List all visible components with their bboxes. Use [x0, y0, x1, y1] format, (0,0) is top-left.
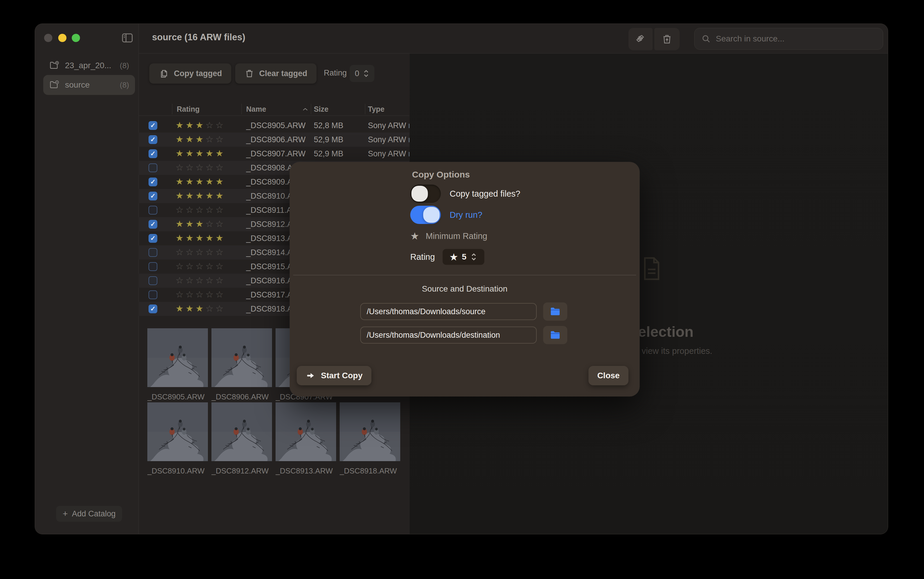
row-rating-stars[interactable]: ☆☆☆☆☆ [175, 289, 226, 299]
sidebar-catalog-item[interactable]: 23_apr_20... (8) [43, 56, 135, 75]
rating-label: Rating [410, 252, 435, 262]
source-destination-heading: Source and Destination [290, 284, 640, 294]
choose-source-folder-button[interactable] [543, 303, 567, 321]
row-rating-stars[interactable]: ★★★☆☆ [175, 134, 226, 144]
row-checkbox[interactable]: ✓ [149, 149, 157, 158]
thumbnail-item[interactable]: _DSC8906.ARW [211, 328, 272, 401]
row-checkbox[interactable]: ✓ [149, 220, 157, 229]
thumbnail-item[interactable]: _DSC8905.ARW [147, 328, 208, 401]
close-button[interactable]: Close [588, 366, 628, 385]
folder-icon [549, 306, 561, 317]
search-icon [701, 34, 711, 44]
row-rating-stars[interactable]: ★★★☆☆ [175, 303, 226, 314]
start-copy-button[interactable]: Start Copy [297, 366, 372, 385]
thumbnail-item[interactable]: _DSC8918.ARW [340, 402, 400, 476]
row-rating-stars[interactable]: ★★★★★ [175, 233, 226, 243]
rating-picker-row: Rating ★ 5 [410, 249, 484, 265]
row-checkbox[interactable] [149, 248, 157, 257]
rating-value: 5 [462, 252, 467, 262]
copy-action-button[interactable] [628, 28, 652, 50]
sidebar-toggle-icon[interactable] [121, 31, 134, 44]
catalog-count: (8) [120, 80, 129, 90]
row-size: 52,9 MB [314, 135, 344, 144]
row-type: Sony ARW r [368, 135, 410, 144]
row-rating-stars[interactable]: ★★★★★ [175, 177, 226, 186]
header-type[interactable]: Type [368, 105, 385, 113]
table-row[interactable]: ✓ ★★★☆☆ _DSC8906.ARW 52,9 MB Sony ARW r [139, 132, 410, 147]
table-row[interactable]: ✓ ★★★★★ _DSC8907.ARW 52,9 MB Sony ARW r [139, 147, 410, 161]
zoom-window-button[interactable] [72, 34, 80, 42]
folder-plus-icon [49, 80, 60, 90]
row-checkbox[interactable] [149, 262, 157, 271]
row-size: 52,9 MB [314, 149, 344, 159]
thumbnail-label: _DSC8913.ARW [275, 466, 336, 476]
sort-ascending-icon [302, 107, 308, 111]
folder-icon [549, 329, 561, 341]
row-name: _DSC8906.ARW [246, 135, 306, 144]
row-name: _DSC8905.ARW [246, 121, 306, 130]
thumbnail-image [147, 328, 208, 387]
row-rating-stars[interactable]: ☆☆☆☆☆ [175, 162, 226, 173]
add-catalog-button[interactable]: + Add Catalog [56, 506, 122, 522]
choose-destination-folder-button[interactable] [543, 326, 567, 344]
sidebar: 23_apr_20... (8) source (8) + Add Catalo… [35, 24, 139, 534]
folder-plus-icon [49, 60, 60, 71]
thumbnail-item[interactable]: _DSC8912.ARW [211, 402, 272, 476]
row-checkbox[interactable] [149, 276, 157, 285]
dialog-title: Copy Options [412, 170, 470, 180]
thumbnail-label: _DSC8905.ARW [147, 393, 208, 401]
star-icon: ★ [450, 252, 458, 262]
row-checkbox[interactable] [149, 206, 157, 214]
search-input[interactable] [716, 34, 876, 44]
row-checkbox[interactable]: ✓ [149, 304, 157, 313]
search-field[interactable] [694, 28, 883, 50]
thumbnail-label: _DSC8906.ARW [211, 393, 272, 401]
app-window: 23_apr_20... (8) source (8) + Add Catalo… [35, 23, 888, 534]
row-rating-stars[interactable]: ☆☆☆☆☆ [175, 204, 226, 215]
copy-tagged-toggle[interactable] [410, 185, 441, 203]
row-rating-stars[interactable]: ★★★☆☆ [175, 120, 226, 130]
thumbnail-image [275, 402, 336, 461]
row-rating-stars[interactable]: ★★★☆☆ [175, 219, 226, 229]
header-size[interactable]: Size [314, 105, 328, 113]
row-checkbox[interactable]: ✓ [149, 191, 157, 200]
row-rating-stars[interactable]: ☆☆☆☆☆ [175, 275, 226, 285]
row-type: Sony ARW r [368, 149, 410, 159]
source-path-input[interactable] [360, 303, 537, 320]
table-row[interactable]: ✓ ★★★☆☆ _DSC8905.ARW 52,8 MB Sony ARW r [139, 118, 410, 132]
row-rating-stars[interactable]: ☆☆☆☆☆ [175, 247, 226, 257]
window-title: source (16 ARW files) [152, 32, 245, 43]
layers-icon [635, 33, 646, 45]
destination-path-row [360, 326, 567, 344]
row-checkbox[interactable]: ✓ [149, 178, 157, 186]
dry-run-toggle[interactable] [410, 206, 441, 224]
dry-run-row: Dry run? [410, 206, 482, 224]
row-checkbox[interactable]: ✓ [149, 121, 157, 130]
star-icon: ★ [410, 230, 419, 242]
thumbnail-item[interactable]: _DSC8913.ARW [275, 402, 336, 476]
thumbnail-label: _DSC8918.ARW [340, 466, 400, 476]
sidebar-catalog-item[interactable]: source (8) [43, 75, 135, 95]
row-rating-stars[interactable]: ★★★★★ [175, 190, 226, 201]
header-rating[interactable]: Rating [177, 105, 200, 113]
thumbnail-label: _DSC8910.ARW [147, 466, 208, 476]
copy-tagged-files-label: Copy tagged files? [450, 189, 520, 199]
rating-picker[interactable]: ★ 5 [442, 249, 484, 265]
row-checkbox[interactable]: ✓ [149, 135, 157, 144]
row-rating-stars[interactable]: ★★★★★ [175, 148, 226, 159]
stepper-chevrons-icon [470, 252, 477, 261]
trash-upload-icon [661, 33, 673, 45]
row-checkbox[interactable] [149, 290, 157, 299]
thumbnail-image [211, 402, 272, 461]
arrow-right-icon [306, 371, 316, 381]
close-window-button[interactable] [44, 34, 52, 42]
row-checkbox[interactable]: ✓ [149, 234, 157, 243]
clear-action-button[interactable] [654, 28, 680, 50]
destination-path-input[interactable] [360, 327, 537, 343]
row-checkbox[interactable] [149, 164, 157, 172]
header-name[interactable]: Name [246, 105, 266, 113]
thumbnail-item[interactable]: _DSC8910.ARW [147, 402, 208, 476]
row-rating-stars[interactable]: ☆☆☆☆☆ [175, 261, 226, 271]
minimum-rating-row: ★ Minimum Rating [410, 230, 487, 242]
minimize-window-button[interactable] [58, 34, 66, 42]
